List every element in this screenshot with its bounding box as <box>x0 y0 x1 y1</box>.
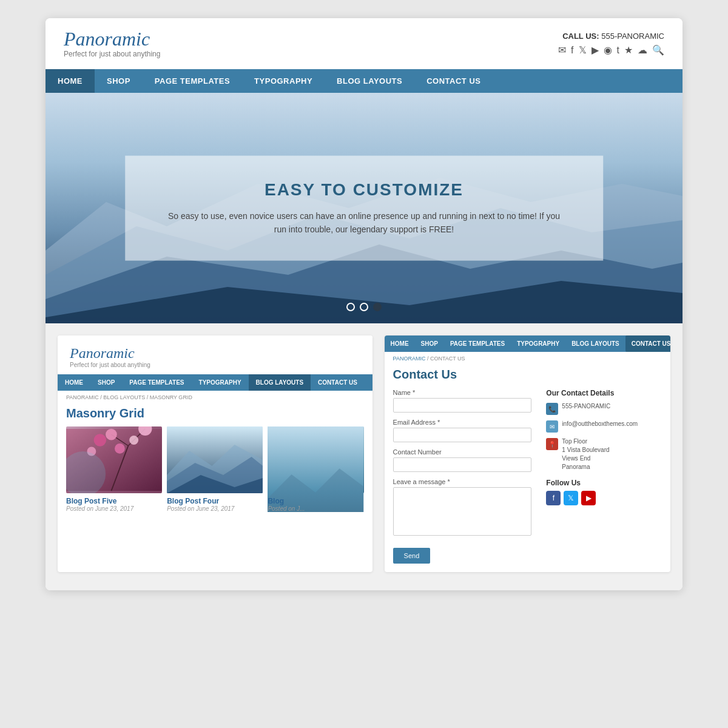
hero-title: EASY TO CUSTOMIZE <box>161 180 567 200</box>
svg-point-12 <box>115 443 125 454</box>
left-nav-shop[interactable]: SHOP <box>90 374 122 391</box>
nav-home[interactable]: HOME <box>46 69 95 93</box>
phone-label: Contact Number <box>393 448 532 456</box>
blog-post-1: Blog Post Five Posted on June 23, 2017 <box>66 426 162 512</box>
email-detail: ✉ info@outtheboxthemes.com <box>546 420 662 433</box>
right-nav-contact-us[interactable]: CONTACT US <box>625 335 670 352</box>
email-group: Email Address * <box>393 419 532 442</box>
left-nav: HOME SHOP PAGE TEMPLATES TYPOGRAPHY BLOG… <box>58 374 372 391</box>
blog-post-3: Blog Posted on J... <box>268 426 363 512</box>
phone-detail: 📞 555-PANORAMIC <box>546 402 662 415</box>
left-logo-text: Panoramic <box>70 345 360 362</box>
phone-text: 555-PANORAMIC <box>562 402 610 411</box>
right-panel: HOME SHOP PAGE TEMPLATES TYPOGRAPHY BLOG… <box>385 335 670 572</box>
contact-breadcrumb: PANORAMIC / CONTACT US <box>385 352 670 365</box>
phone-icon: 📞 <box>546 403 558 415</box>
blog-post-5-title: Blog Post Five <box>66 497 162 505</box>
left-nav-contact[interactable]: CONTACT US <box>311 374 365 391</box>
email-icon-detail: ✉ <box>546 420 558 433</box>
yelp-icon[interactable]: ★ <box>624 44 633 56</box>
nav-typography[interactable]: TYPOGRAPHY <box>242 69 325 93</box>
send-button[interactable]: Send <box>393 548 431 564</box>
svg-point-13 <box>94 434 106 446</box>
email-text: info@outtheboxthemes.com <box>562 420 638 428</box>
blog-post-flowers-image <box>66 426 162 493</box>
svg-point-10 <box>106 429 117 440</box>
message-label: Leave a message * <box>393 478 532 485</box>
dot-3[interactable] <box>373 303 382 311</box>
right-nav: HOME SHOP PAGE TEMPLATES TYPOGRAPHY BLOG… <box>385 335 670 352</box>
header-right: CALL US: 555-PANORAMIC ✉ f 𝕏 ▶ ◉ t ★ ☁ 🔍 <box>558 32 664 56</box>
right-nav-blog-layouts[interactable]: BLOG LAYOUTS <box>565 335 625 352</box>
nav-page-templates[interactable]: PAGE TEMPLATES <box>143 69 242 93</box>
blog-post-mountains-image <box>167 426 263 493</box>
right-nav-home[interactable]: HOME <box>385 335 415 352</box>
contact-details-title: Our Contact Details <box>546 389 662 397</box>
nav-contact-us[interactable]: CONTACT US <box>414 69 493 93</box>
location-icon: 📍 <box>546 438 558 450</box>
left-tagline: Perfect for just about anything <box>70 362 360 368</box>
follow-icons: f 𝕏 ▶ <box>546 491 662 505</box>
left-nav-blog-layouts[interactable]: BLOG LAYOUTS <box>249 374 311 391</box>
contact-form: Name * Email Address * Contact Number Le… <box>393 389 532 564</box>
left-header: Panoramic Perfect for just about anythin… <box>58 335 372 374</box>
message-textarea[interactable] <box>393 487 532 536</box>
right-nav-typography[interactable]: TYPOGRAPHY <box>511 335 565 352</box>
blog-post-water-image <box>268 426 363 493</box>
dot-2[interactable] <box>360 303 368 311</box>
blog-grid: Blog Post Five Posted on June 23, 2017 <box>58 426 372 521</box>
main-nav: HOME SHOP PAGE TEMPLATES TYPOGRAPHY BLOG… <box>46 69 682 93</box>
twitter-icon[interactable]: 𝕏 <box>579 44 587 56</box>
blog-post-4-date: Posted on June 23, 2017 <box>167 505 263 512</box>
contact-page-title: Contact Us <box>385 365 670 389</box>
tumblr-icon[interactable]: t <box>617 45 619 56</box>
message-group: Leave a message * <box>393 478 532 538</box>
email-icon[interactable]: ✉ <box>558 44 566 56</box>
nav-blog-layouts[interactable]: BLOG LAYOUTS <box>325 69 414 93</box>
bottom-section: Panoramic Perfect for just about anythin… <box>46 323 682 590</box>
email-label: Email Address * <box>393 419 532 426</box>
name-group: Name * <box>393 389 532 413</box>
youtube-icon[interactable]: ▶ <box>592 44 599 56</box>
top-header: Panoramic Perfect for just about anythin… <box>46 18 682 69</box>
hero: EASY TO CUSTOMIZE So easy to use, even n… <box>46 93 682 323</box>
call-us: CALL US: 555-PANORAMIC <box>558 32 664 41</box>
blog-post-4-title: Blog Post Four <box>167 497 263 505</box>
phone-input[interactable] <box>393 457 532 472</box>
search-icon[interactable]: 🔍 <box>652 44 664 56</box>
social-icons: ✉ f 𝕏 ▶ ◉ t ★ ☁ 🔍 <box>558 44 664 56</box>
instagram-icon[interactable]: ◉ <box>604 44 612 56</box>
blog-post-5-date: Posted on June 23, 2017 <box>66 505 162 512</box>
nav-shop[interactable]: SHOP <box>95 69 143 93</box>
left-nav-page-templates[interactable]: PAGE TEMPLATES <box>122 374 191 391</box>
hero-subtitle: So easy to use, even novice users can ha… <box>161 209 567 237</box>
left-nav-home[interactable]: HOME <box>58 374 90 391</box>
left-page-title: Masonry Grid <box>58 404 372 426</box>
follow-us-title: Follow Us <box>546 479 662 487</box>
email-input[interactable] <box>393 428 532 442</box>
phone-group: Contact Number <box>393 448 532 472</box>
follow-youtube[interactable]: ▶ <box>581 491 596 505</box>
address-text: Top Floor 1 Vista Boulevard Views End Pa… <box>562 437 609 471</box>
name-input[interactable] <box>393 398 532 413</box>
contact-sidebar: Our Contact Details 📞 555-PANORAMIC ✉ in… <box>540 389 662 564</box>
address-detail: 📍 Top Floor 1 Vista Boulevard Views End … <box>546 437 662 471</box>
follow-twitter[interactable]: 𝕏 <box>564 491 578 505</box>
main-card: Panoramic Perfect for just about anythin… <box>46 18 682 590</box>
logo-tagline: Perfect for just about anything <box>64 50 160 58</box>
logo-area: Panoramic Perfect for just about anythin… <box>64 29 160 58</box>
facebook-icon[interactable]: f <box>571 45 573 56</box>
contact-body: Name * Email Address * Contact Number Le… <box>385 389 670 572</box>
soundcloud-icon[interactable]: ☁ <box>638 44 647 56</box>
left-nav-typography[interactable]: TYPOGRAPHY <box>192 374 249 391</box>
dot-1[interactable] <box>346 303 355 311</box>
hero-dots <box>346 303 382 311</box>
left-breadcrumb: PANORAMIC / BLOG LAYOUTS / MASONRY GRID <box>58 391 372 404</box>
name-label: Name * <box>393 389 532 396</box>
logo-text: Panoramic <box>64 29 160 49</box>
blog-post-2: Blog Post Four Posted on June 23, 2017 <box>167 426 263 512</box>
breadcrumb-panoramic[interactable]: PANORAMIC <box>393 356 426 362</box>
right-nav-shop[interactable]: SHOP <box>415 335 444 352</box>
follow-facebook[interactable]: f <box>546 491 561 505</box>
right-nav-page-templates[interactable]: PAGE TEMPLATES <box>444 335 511 352</box>
